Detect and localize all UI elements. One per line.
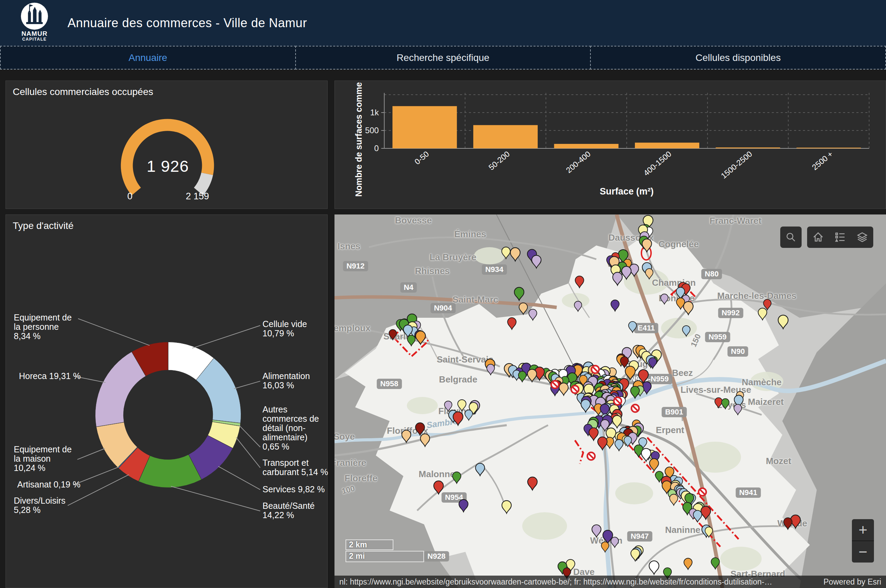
- map-pin[interactable]: [519, 371, 526, 382]
- map-pin[interactable]: [453, 412, 463, 425]
- map-pin[interactable]: [715, 398, 722, 408]
- zoom-in-button[interactable]: +: [852, 519, 874, 540]
- bar-1500-2500[interactable]: [716, 147, 780, 148]
- map-pin[interactable]: [641, 448, 651, 461]
- map-pin[interactable]: [624, 436, 632, 447]
- map-pin[interactable]: [758, 308, 767, 320]
- map-pin[interactable]: [661, 294, 668, 304]
- no-entry-marker[interactable]: [551, 381, 559, 388]
- map-pin[interactable]: [458, 400, 466, 411]
- map-pin[interactable]: [682, 326, 690, 336]
- map-pin[interactable]: [589, 428, 599, 440]
- map-pin[interactable]: [620, 357, 629, 368]
- tab-annuaire[interactable]: Annuaire: [0, 46, 296, 69]
- no-entry-marker[interactable]: [632, 405, 639, 412]
- map-pin[interactable]: [389, 330, 397, 340]
- no-entry-marker[interactable]: [571, 386, 579, 393]
- map-pin[interactable]: [575, 276, 584, 288]
- map-pin[interactable]: [693, 510, 702, 522]
- map-pin[interactable]: [631, 386, 640, 398]
- map-pin[interactable]: [622, 267, 631, 279]
- map-pin[interactable]: [519, 303, 527, 314]
- map-pin[interactable]: [408, 335, 415, 346]
- map-canvas[interactable]: BovesseÉminesIsnesLa BruyèreRhisnesSaint…: [334, 214, 886, 588]
- tab-recherche-specifique[interactable]: Recherche spécifique: [295, 46, 591, 69]
- zoom-out-button[interactable]: −: [852, 541, 874, 562]
- bar-400-1500[interactable]: [635, 142, 699, 148]
- map-pin[interactable]: [649, 459, 658, 471]
- map-pin[interactable]: [784, 518, 792, 530]
- map-search-button[interactable]: [780, 226, 802, 248]
- map-pin[interactable]: [649, 561, 659, 574]
- tab-cellules-label: Cellules disponibles: [695, 52, 781, 63]
- map-pin[interactable]: [402, 430, 411, 442]
- gauge-max-label: 2 159: [186, 191, 209, 202]
- map-pin[interactable]: [420, 434, 430, 447]
- map-pin[interactable]: [528, 477, 537, 490]
- no-entry-marker[interactable]: [587, 452, 595, 460]
- bar-y-tick: 0: [374, 144, 379, 153]
- map-pin[interactable]: [615, 440, 623, 451]
- map-pin[interactable]: [510, 248, 520, 261]
- map-pin[interactable]: [532, 255, 541, 268]
- map-pin[interactable]: [631, 549, 640, 561]
- map-pin[interactable]: [581, 399, 590, 412]
- map-pin[interactable]: [612, 416, 621, 428]
- bar-x-tick: 2500 +: [810, 149, 835, 172]
- map-pin[interactable]: [465, 410, 472, 420]
- app-header: NAMUR CAPITALE Annuaire des commerces - …: [0, 0, 886, 46]
- no-entry-marker[interactable]: [614, 397, 621, 405]
- bar-0-50[interactable]: [393, 106, 457, 148]
- donut-callout-equipement-maison: Equipement dela maison10,24 %: [14, 445, 72, 472]
- map-layers-button[interactable]: [851, 226, 873, 248]
- map-home-button[interactable]: [807, 226, 829, 248]
- tab-cellules-disponibles[interactable]: Cellules disponibles: [590, 46, 886, 69]
- map-pin[interactable]: [670, 494, 678, 505]
- map-pins-layer: [334, 214, 886, 588]
- bar-2500 +[interactable]: [796, 148, 861, 148]
- no-entry-marker[interactable]: [699, 488, 706, 496]
- map-pin[interactable]: [684, 558, 692, 570]
- map-pin[interactable]: [507, 318, 516, 330]
- map-pin[interactable]: [642, 239, 651, 252]
- map-pin[interactable]: [416, 331, 426, 344]
- map-pin[interactable]: [778, 315, 788, 329]
- map-pin[interactable]: [629, 321, 636, 333]
- map-pin[interactable]: [598, 437, 607, 450]
- map-pin[interactable]: [649, 358, 657, 369]
- map-pin[interactable]: [613, 272, 623, 285]
- map-pin[interactable]: [434, 481, 443, 494]
- bar-200-400[interactable]: [554, 144, 618, 148]
- map-pin[interactable]: [574, 301, 582, 312]
- map-pin[interactable]: [683, 302, 693, 315]
- map-pin[interactable]: [444, 401, 452, 411]
- map-pin[interactable]: [722, 399, 729, 409]
- map-pin[interactable]: [529, 309, 537, 320]
- map-pin[interactable]: [701, 506, 711, 519]
- map-pin[interactable]: [502, 501, 511, 513]
- map-pin[interactable]: [527, 369, 537, 382]
- map-pin[interactable]: [559, 383, 568, 396]
- map-pin[interactable]: [514, 288, 524, 300]
- map-pin[interactable]: [592, 525, 601, 537]
- map-pin[interactable]: [459, 500, 468, 512]
- map-pin[interactable]: [487, 364, 495, 375]
- tab-annuaire-label: Annuaire: [128, 52, 167, 63]
- bar-x-tick: 50-200: [487, 149, 511, 172]
- map-pin[interactable]: [711, 558, 719, 569]
- map-pin[interactable]: [611, 537, 619, 548]
- map-pin[interactable]: [502, 247, 510, 259]
- search-icon: [785, 231, 797, 243]
- map-pin[interactable]: [453, 472, 461, 483]
- map-pin[interactable]: [645, 268, 653, 279]
- map-pin[interactable]: [602, 542, 609, 552]
- tab-recherche-label: Recherche spécifique: [397, 52, 489, 63]
- map-pin[interactable]: [415, 423, 424, 435]
- map-pin[interactable]: [475, 464, 484, 476]
- map-legend-button[interactable]: [829, 226, 851, 248]
- map-pin[interactable]: [625, 366, 635, 380]
- map-pin[interactable]: [611, 300, 619, 311]
- map-pin[interactable]: [734, 404, 742, 415]
- no-entry-marker[interactable]: [591, 366, 599, 373]
- bar-50-200[interactable]: [473, 125, 538, 148]
